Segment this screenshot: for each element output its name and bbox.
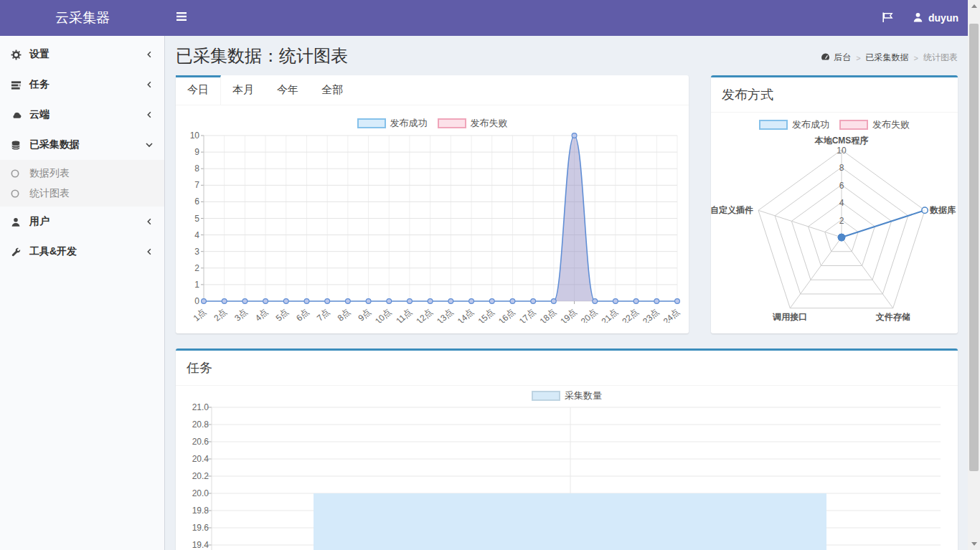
sidebar-item-label: 工具&开发 (29, 245, 77, 258)
scrollbar-thumb[interactable] (969, 24, 979, 471)
sidebar-item-cloud[interactable]: 云端 (0, 100, 164, 130)
breadcrumb-separator: > (856, 54, 860, 62)
period-tabs: 今日本月今年全部 (176, 75, 689, 105)
tab-today[interactable]: 今日 (176, 75, 221, 105)
flag-menu-button[interactable] (882, 11, 894, 25)
sidebar-item-label: 任务 (29, 78, 50, 91)
svg-text:3点: 3点 (232, 307, 249, 323)
content-area: 已采集数据：统计图表 后台>已采集数据>统计图表 今日本月今年全部 发布成功发布… (165, 36, 968, 550)
task-panel-title: 任务 (176, 351, 958, 386)
legend-item-0[interactable]: 发布成功 (759, 118, 829, 131)
svg-text:6: 6 (839, 181, 844, 191)
svg-text:23点: 23点 (641, 307, 661, 323)
svg-text:6: 6 (194, 196, 199, 207)
svg-text:20点: 20点 (579, 307, 599, 323)
legend-label: 发布成功 (390, 117, 428, 130)
scrollbar-up-button[interactable] (968, 0, 980, 12)
radar-chart-legend: 发布成功发布失败 (711, 118, 958, 131)
svg-text:24点: 24点 (661, 307, 682, 323)
breadcrumb-label: 后台 (834, 52, 851, 64)
svg-text:7点: 7点 (315, 307, 331, 323)
breadcrumb-label: 已采集数据 (866, 52, 909, 64)
sidebar-subitem-stats-charts[interactable]: 统计图表 (0, 184, 164, 204)
task-count-chart: 21.020.820.620.420.220.019.819.619.4 (176, 403, 958, 550)
legend-item-0[interactable]: 发布成功 (357, 117, 428, 130)
legend-item-0[interactable]: 采集数量 (532, 389, 602, 402)
svg-text:20.4: 20.4 (192, 454, 209, 464)
svg-text:5点: 5点 (274, 307, 291, 323)
sidebar-item-label: 设置 (29, 48, 50, 61)
svg-text:5: 5 (194, 214, 199, 224)
tasks-icon (11, 80, 29, 90)
breadcrumb-item-0[interactable]: 后台 (821, 52, 851, 64)
breadcrumb: 后台>已采集数据>统计图表 (821, 52, 958, 64)
svg-text:18点: 18点 (538, 307, 558, 323)
sidebar-subitem-data-list[interactable]: 数据列表 (0, 163, 164, 184)
sidebar-subitem-label: 数据列表 (29, 167, 70, 180)
hamburger-icon (176, 11, 187, 24)
circle-icon (11, 189, 29, 198)
publish-method-panel: 发布方式 发布成功发布失败 246810本地CMS程序数据库文件存储调用接口自定… (711, 75, 958, 333)
charts-row: 今日本月今年全部 发布成功发布失败 0123456789101点2点3点4点5点… (176, 75, 958, 333)
svg-text:19.8: 19.8 (192, 506, 209, 516)
hourly-publish-panel: 今日本月今年全部 发布成功发布失败 0123456789101点2点3点4点5点… (176, 75, 689, 333)
svg-text:9点: 9点 (356, 307, 372, 323)
svg-text:4: 4 (194, 230, 199, 240)
svg-text:19点: 19点 (558, 307, 578, 323)
legend-item-1[interactable]: 发布失败 (438, 117, 508, 130)
page-title: 已采集数据：统计图表 (176, 45, 348, 67)
svg-text:1: 1 (194, 280, 199, 290)
svg-text:13点: 13点 (435, 307, 455, 323)
database-icon (11, 140, 29, 151)
sidebar-item-label: 云端 (29, 108, 50, 121)
circle-icon (11, 169, 29, 178)
breadcrumb-item-1[interactable]: 已采集数据 (866, 52, 909, 64)
sidebar-item-collected-data[interactable]: 已采集数据 (0, 130, 164, 160)
sidebar-item-settings[interactable]: 设置 (0, 39, 164, 70)
svg-text:2点: 2点 (212, 307, 228, 323)
legend-swatch (438, 118, 466, 128)
username: duyun (928, 12, 958, 24)
svg-text:11点: 11点 (394, 307, 414, 323)
svg-text:1点: 1点 (192, 307, 208, 323)
chevron-left-icon (146, 217, 154, 226)
svg-text:8点: 8点 (336, 307, 352, 323)
tab-month[interactable]: 本月 (221, 75, 265, 105)
legend-swatch (759, 120, 788, 130)
hourly-chart-legend: 发布成功发布失败 (176, 117, 689, 129)
tab-year[interactable]: 今年 (265, 75, 310, 105)
svg-text:8: 8 (194, 163, 199, 174)
navbar-right-menu: duyun (882, 0, 980, 36)
legend-item-1[interactable]: 发布失败 (839, 118, 910, 131)
sidebar-item-tools-dev[interactable]: 工具&开发 (0, 237, 164, 267)
chevron-left-icon (146, 247, 154, 256)
svg-text:10点: 10点 (373, 307, 393, 323)
sidebar-item-tasks[interactable]: 任务 (0, 70, 164, 100)
tab-all[interactable]: 全部 (310, 75, 354, 105)
user-menu-button[interactable]: duyun (913, 11, 958, 25)
sidebar-toggle-button[interactable] (165, 0, 198, 36)
sidebar-item-users[interactable]: 用户 (0, 207, 164, 237)
chevron-left-icon (146, 110, 154, 119)
legend-label: 发布成功 (792, 118, 829, 131)
svg-text:0: 0 (194, 296, 199, 306)
scrollbar-down-button[interactable] (968, 538, 980, 550)
svg-text:10: 10 (190, 131, 200, 141)
svg-text:数据库: 数据库 (929, 205, 956, 215)
app-logo[interactable]: 云采集器 (0, 0, 165, 36)
gear-icon (11, 49, 29, 60)
legend-label: 发布失败 (471, 117, 508, 130)
sidebar-subitem-label: 统计图表 (29, 187, 70, 200)
task-count-panel: 任务 采集数量 21.020.820.620.420.220.019.819.6… (176, 349, 958, 550)
chevron-left-icon (146, 50, 154, 59)
svg-text:19.4: 19.4 (192, 540, 209, 550)
svg-text:15点: 15点 (476, 307, 496, 323)
svg-text:19.6: 19.6 (192, 523, 209, 533)
svg-text:22点: 22点 (620, 307, 640, 323)
breadcrumb-label: 统计图表 (923, 52, 958, 64)
user-avatar-icon (913, 11, 923, 25)
svg-text:20.6: 20.6 (192, 437, 209, 447)
legend-label: 发布失败 (872, 118, 910, 131)
chevron-down-icon (145, 141, 154, 149)
svg-text:2: 2 (194, 263, 199, 273)
